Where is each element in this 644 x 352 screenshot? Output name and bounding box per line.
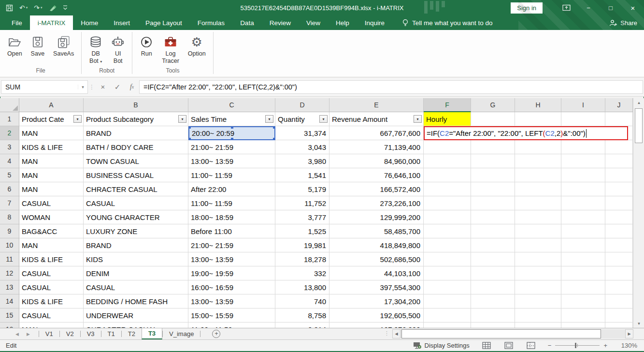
ribbon-tab-i-matrix[interactable]: i-MATRIX	[30, 15, 73, 30]
cell-E5[interactable]: 76,646,100	[329, 168, 424, 182]
sheet-tab-v3[interactable]: V3	[81, 328, 101, 339]
cell-I5[interactable]	[561, 168, 605, 182]
cell-E16[interactable]: 107,976,300	[329, 323, 424, 328]
cell-D7[interactable]: 11,752	[275, 196, 329, 210]
scroll-down-icon[interactable]: ▾	[633, 319, 644, 328]
row-header-15[interactable]: 15	[0, 308, 19, 323]
open-button[interactable]: Open	[5, 33, 25, 59]
header-cell-A[interactable]: Product Cate▾	[19, 112, 84, 126]
cell-G3[interactable]	[471, 140, 515, 154]
select-all-corner[interactable]	[0, 98, 19, 112]
cell-F14[interactable]	[424, 294, 471, 308]
cell-I13[interactable]	[561, 280, 605, 294]
cell-C9[interactable]: Before 11:00	[188, 224, 275, 238]
header-cell-C[interactable]: Sales Time▾	[188, 112, 275, 126]
db-bot-button[interactable]: DBBot ▾	[86, 33, 105, 66]
cell-G9[interactable]	[471, 224, 515, 238]
cell-J4[interactable]	[605, 154, 633, 168]
cell-B10[interactable]: BRAND	[84, 238, 188, 252]
column-header-D[interactable]: D	[275, 98, 329, 112]
cell-E15[interactable]: 192,605,500	[329, 308, 424, 323]
filter-button-D[interactable]: ▾	[319, 115, 328, 123]
cell-G8[interactable]	[471, 210, 515, 224]
cell-E11[interactable]: 502,686,500	[329, 252, 424, 266]
row-header-8[interactable]: 8	[0, 210, 19, 224]
cell-A16[interactable]: MAN	[19, 323, 84, 328]
editing-cell-f2[interactable]: =IF(C2="After 22:00", "22:00", LEFT(C2,2…	[424, 126, 628, 140]
sheet-tab-t1[interactable]: T1	[101, 328, 121, 339]
ribbon-tab-home[interactable]: Home	[73, 15, 106, 30]
cell-I3[interactable]	[561, 140, 605, 154]
column-header-I[interactable]: I	[561, 98, 605, 112]
log-tracer-button[interactable]: LogTracer	[159, 33, 182, 66]
ribbon-tab-view[interactable]: View	[299, 15, 328, 30]
cell-I16[interactable]	[561, 323, 605, 328]
insert-function-icon[interactable]: fx	[125, 80, 139, 94]
cell-B12[interactable]: DENIM	[84, 266, 188, 280]
cell-B11[interactable]: KIDS	[84, 252, 188, 266]
cell-J9[interactable]	[605, 224, 633, 238]
sheet-tab-v-image[interactable]: V_image	[163, 328, 200, 339]
ribbon-tab-insert[interactable]: Insert	[106, 15, 138, 30]
cell-H6[interactable]	[515, 182, 561, 196]
cell-A5[interactable]: MAN	[19, 168, 84, 182]
scroll-right-icon[interactable]: ▶	[625, 329, 633, 338]
cell-J12[interactable]	[605, 266, 633, 280]
cell-C13[interactable]: 16:00~ 16:59	[188, 280, 275, 294]
cell-C5[interactable]: 11:00~ 11:59	[188, 168, 275, 182]
cell-J16[interactable]	[605, 323, 633, 328]
cell-I14[interactable]	[561, 294, 605, 308]
column-header-J[interactable]: J	[605, 98, 633, 112]
cell-B15[interactable]: UNDERWEAR	[84, 308, 188, 323]
row-header-3[interactable]: 3	[0, 140, 19, 154]
cell-A8[interactable]: WOMAN	[19, 210, 84, 224]
cell-I12[interactable]	[561, 266, 605, 280]
cell-H9[interactable]	[515, 224, 561, 238]
cell-E14[interactable]: 17,304,200	[329, 294, 424, 308]
cell-A12[interactable]: CASUAL	[19, 266, 84, 280]
sheet-tab-v1[interactable]: V1	[39, 328, 59, 339]
cell-C6[interactable]: After 22:00	[188, 182, 275, 196]
ribbon-tab-formulas[interactable]: Formulas	[190, 15, 232, 30]
name-box[interactable]: SUM ▾	[1, 80, 88, 94]
save-icon[interactable]	[6, 4, 13, 12]
cell-D4[interactable]: 3,980	[275, 154, 329, 168]
cell-H7[interactable]	[515, 196, 561, 210]
column-header-H[interactable]: H	[515, 98, 561, 112]
column-header-E[interactable]: E	[329, 98, 424, 112]
row-header-11[interactable]: 11	[0, 252, 19, 266]
cell-I6[interactable]	[561, 182, 605, 196]
cell-I7[interactable]	[561, 196, 605, 210]
cell-B4[interactable]: TOWN CASUAL	[84, 154, 188, 168]
ribbon-tab-data[interactable]: Data	[232, 15, 262, 30]
tabbar-grip[interactable]: ⋮	[384, 330, 389, 337]
zoom-out-icon[interactable]: −	[548, 342, 552, 349]
cell-B16[interactable]: CHRACTER CASUAL	[84, 323, 188, 328]
cell-A2[interactable]: MAN	[19, 126, 84, 140]
row-header-12[interactable]: 12	[0, 266, 19, 280]
cell-J10[interactable]	[605, 238, 633, 252]
cell-H11[interactable]	[515, 252, 561, 266]
cell-I9[interactable]	[561, 224, 605, 238]
name-box-dropdown-icon[interactable]: ▾	[78, 85, 87, 89]
cell-G15[interactable]	[471, 308, 515, 323]
cell-A11[interactable]: KIDS & LIFE	[19, 252, 84, 266]
cell-B14[interactable]: BEDDING / HOME FASH	[84, 294, 188, 308]
ribbon-tab-file[interactable]: File	[4, 15, 30, 30]
cell-J13[interactable]	[605, 280, 633, 294]
cell-A7[interactable]: CASUAL	[19, 196, 84, 210]
cell-E4[interactable]: 84,960,000	[329, 154, 424, 168]
cell-E6[interactable]: 166,572,400	[329, 182, 424, 196]
row-header-1[interactable]: 1	[0, 112, 19, 126]
cell-D13[interactable]: 13,800	[275, 280, 329, 294]
display-settings-button[interactable]: Display Settings	[413, 342, 470, 349]
cell-H14[interactable]	[515, 294, 561, 308]
cell-G7[interactable]	[471, 196, 515, 210]
cell-J14[interactable]	[605, 294, 633, 308]
cell-I4[interactable]	[561, 154, 605, 168]
cell-E3[interactable]: 71,139,400	[329, 140, 424, 154]
normal-view-icon[interactable]	[482, 342, 491, 349]
cell-B9[interactable]: LUXURY ZONE	[84, 224, 188, 238]
cell-H4[interactable]	[515, 154, 561, 168]
filter-button-E[interactable]: ▾	[414, 115, 422, 123]
